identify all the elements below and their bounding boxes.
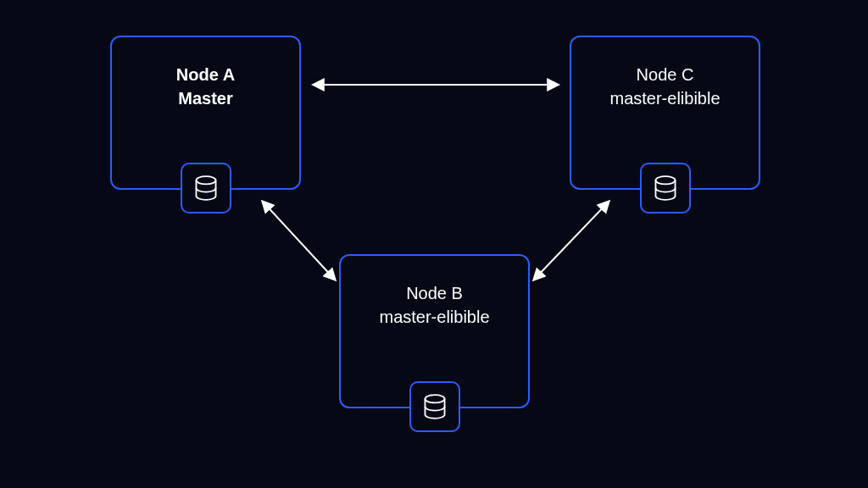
node-c-db-badge xyxy=(640,163,691,214)
node-b-role: master-elibible xyxy=(379,305,489,329)
node-c-role: master-elibible xyxy=(609,86,720,110)
svg-point-0 xyxy=(196,176,215,184)
node-a-role: Master xyxy=(176,86,235,110)
database-icon xyxy=(654,175,677,201)
edge-a-b xyxy=(263,202,335,280)
svg-point-1 xyxy=(655,176,675,184)
edge-b-c xyxy=(534,202,609,280)
node-b-title: Node B xyxy=(379,281,489,305)
database-icon xyxy=(194,175,218,201)
node-b-db-badge xyxy=(409,381,460,432)
node-a: Node A Master xyxy=(110,36,301,190)
database-icon xyxy=(423,394,447,419)
node-a-title: Node A xyxy=(176,63,235,86)
node-a-db-badge xyxy=(181,163,231,214)
svg-point-2 xyxy=(425,395,444,402)
node-c: Node C master-elibible xyxy=(570,36,760,190)
node-c-title: Node C xyxy=(609,63,720,86)
node-b: Node B master-elibible xyxy=(339,254,530,408)
